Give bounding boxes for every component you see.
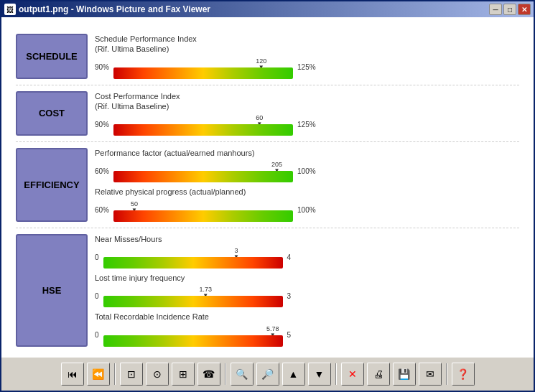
- first-button[interactable]: ⏮: [61, 363, 84, 386]
- separator-3: [335, 363, 337, 385]
- cpi-label: Cost Performance Index(Rif. Ultima Basel…: [95, 91, 512, 112]
- tool-1[interactable]: ⊡: [120, 363, 143, 386]
- schedule-metrics: Schedule Performance Index(Rif. Ultima B…: [88, 34, 519, 79]
- cpi-gauge-wrapper: 60 ▼: [113, 124, 293, 136]
- nm-metric: Near Misses/Hours 0 3 ▼ 4: [95, 234, 512, 269]
- ltif-bar-fill: [103, 296, 283, 307]
- spi-end: 125%: [297, 63, 316, 71]
- rpp-gauge-container: 60% 50 ▼ 100%: [95, 199, 512, 222]
- rpp-bar: [113, 210, 293, 222]
- rpp-start: 60%: [95, 206, 109, 214]
- trir-bar-fill: [103, 335, 283, 347]
- trir-metric: Total Recordable Incidence Rate 0 5.78 ▼: [95, 312, 512, 346]
- zoom-in-button[interactable]: 🔍: [231, 363, 253, 386]
- nm-bar: [103, 257, 283, 269]
- schedule-label: SCHEDULE: [16, 34, 88, 79]
- cpi-gauge-container: 90% 60 ▼ 125%: [95, 113, 512, 136]
- tool-3[interactable]: ⊞: [172, 363, 195, 386]
- save-button[interactable]: 💾: [393, 363, 416, 386]
- ltif-gauge-container: 0 1.73 ▼ 3: [95, 284, 512, 307]
- pf-gauge-wrapper: 205 ▼: [113, 171, 293, 182]
- pf-start: 60%: [95, 167, 109, 175]
- ltif-end: 3: [287, 292, 292, 300]
- delete-button[interactable]: ✕: [341, 363, 364, 386]
- nm-gauge-container: 0 3 ▼ 4: [95, 246, 512, 269]
- nm-end: 4: [287, 253, 292, 261]
- separator-4: [446, 363, 447, 385]
- spi-label: Schedule Performance Index(Rif. Ultima B…: [95, 34, 512, 55]
- rpp-label: Relative physical progress (actual/plann…: [95, 187, 512, 197]
- spi-metric: Schedule Performance Index(Rif. Ultima B…: [95, 34, 512, 79]
- cpi-end: 125%: [297, 121, 316, 129]
- spi-start: 90%: [95, 63, 109, 71]
- separator-1: [114, 363, 116, 385]
- ltif-gauge-wrapper: 1.73 ▼: [103, 296, 283, 307]
- rpp-end: 100%: [297, 206, 316, 214]
- hse-label: HSE: [16, 234, 88, 347]
- cpi-bar: [113, 124, 293, 136]
- pf-end: 100%: [297, 167, 316, 175]
- hse-metrics: Near Misses/Hours 0 3 ▼ 4: [88, 234, 519, 347]
- hse-row: HSE Near Misses/Hours 0 3 ▼: [16, 228, 519, 353]
- app-icon: 🖼: [4, 4, 16, 15]
- prev-button[interactable]: ⏪: [87, 363, 110, 386]
- cpi-metric: Cost Performance Index(Rif. Ultima Basel…: [95, 91, 512, 136]
- separator-2: [225, 363, 226, 385]
- pf-label: Performance factor (actual/earned manhou…: [95, 148, 512, 158]
- maximize-button[interactable]: □: [503, 4, 516, 15]
- trir-start: 0: [95, 331, 99, 339]
- cost-metrics: Cost Performance Index(Rif. Ultima Basel…: [88, 91, 519, 136]
- spi-bar-fill: [113, 67, 293, 79]
- content-area: SCHEDULE Schedule Performance Index(Rif.…: [1, 17, 534, 356]
- cpi-bar-fill: [113, 124, 293, 136]
- tool-2[interactable]: ⊙: [146, 363, 169, 386]
- nm-label: Near Misses/Hours: [95, 234, 512, 244]
- zoom-actual-button[interactable]: ▼: [308, 363, 331, 386]
- trir-bar: [103, 335, 283, 347]
- tool-4[interactable]: ☎: [197, 363, 220, 386]
- zoom-out-button[interactable]: 🔎: [256, 363, 279, 386]
- trir-end: 5: [287, 331, 292, 339]
- close-button[interactable]: ✕: [518, 4, 531, 15]
- rpp-metric: Relative physical progress (actual/plann…: [95, 187, 512, 221]
- taskbar: ⏮ ⏪ ⊡ ⊙ ⊞ ☎ 🔍 🔎 ▲ ▼ ✕ 🖨 💾 ✉ ❓: [1, 356, 534, 391]
- nm-gauge-wrapper: 3 ▼: [103, 257, 283, 269]
- pf-gauge-container: 60% 205 ▼ 100%: [95, 159, 512, 182]
- spi-gauge-container: 90% 120 ▼ 125%: [95, 56, 512, 79]
- ltif-bar: [103, 296, 283, 307]
- print-button[interactable]: 🖨: [367, 363, 390, 386]
- email-button[interactable]: ✉: [419, 363, 442, 386]
- titlebar: 🖼 output1.png - Windows Picture and Fax …: [1, 1, 534, 17]
- nm-start: 0: [95, 253, 99, 261]
- cpi-start: 90%: [95, 121, 109, 129]
- help-button[interactable]: ❓: [452, 363, 475, 386]
- trir-gauge-container: 0 5.78 ▼ 5: [95, 324, 512, 347]
- efficiency-label: EFFICIENCY: [16, 148, 88, 222]
- efficiency-row: EFFICIENCY Performance factor (actual/ea…: [16, 142, 519, 228]
- nm-bar-fill: [103, 257, 283, 269]
- schedule-row: SCHEDULE Schedule Performance Index(Rif.…: [16, 28, 519, 85]
- rpp-gauge-wrapper: 50 ▼: [113, 210, 293, 222]
- ltif-start: 0: [95, 292, 99, 300]
- ltif-label: Lost time injury frequency: [95, 273, 512, 283]
- minimize-button[interactable]: ─: [489, 4, 502, 15]
- pf-bar: [113, 171, 293, 182]
- rpp-bar-fill: [113, 210, 293, 222]
- pf-bar-fill: [113, 171, 293, 182]
- pf-metric: Performance factor (actual/earned manhou…: [95, 148, 512, 182]
- titlebar-buttons: ─ □ ✕: [489, 4, 531, 15]
- zoom-fit-button[interactable]: ▲: [282, 363, 305, 386]
- cost-row: COST Cost Performance Index(Rif. Ultima …: [16, 85, 519, 143]
- spi-bar: [113, 67, 293, 79]
- cost-label: COST: [16, 91, 88, 136]
- trir-label: Total Recordable Incidence Rate: [95, 312, 512, 322]
- ltif-metric: Lost time injury frequency 0 1.73 ▼: [95, 273, 512, 307]
- spi-gauge-wrapper: 120 ▼: [113, 67, 293, 79]
- efficiency-metrics: Performance factor (actual/earned manhou…: [88, 148, 519, 222]
- main-window: 🖼 output1.png - Windows Picture and Fax …: [0, 0, 535, 392]
- trir-gauge-wrapper: 5.78 ▼: [103, 335, 283, 347]
- window-title: output1.png - Windows Picture and Fax Vi…: [19, 4, 489, 14]
